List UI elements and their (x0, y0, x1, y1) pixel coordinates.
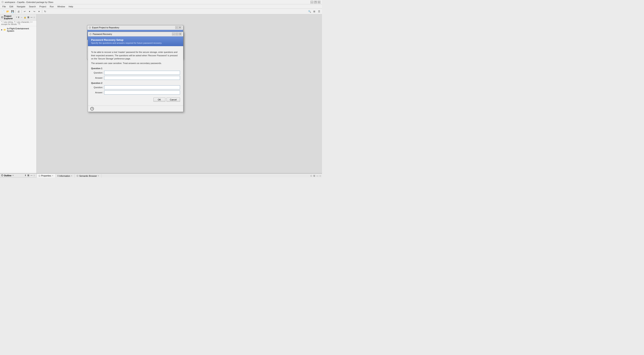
tab-properties[interactable]: ⬡ Properties ✕ (37, 174, 56, 178)
pw-question1-label: Question: (91, 72, 103, 74)
tab-information[interactable]: ℹ Information ✕ (56, 174, 75, 178)
main-layout: ⬡ Project Explorer ✕ ⬆ ↔ 🔒 ⛓ — □ * = any… (0, 14, 322, 173)
pw-question2-input[interactable] (104, 85, 180, 89)
toolbar-redo-btn[interactable]: ↪ (32, 9, 36, 14)
maximize-panel-btn[interactable]: □ (33, 16, 35, 19)
outline-controls[interactable]: ⬆ ⛓ — □ (24, 174, 35, 177)
close-button[interactable]: ✕ (318, 1, 320, 4)
outline-chain-btn[interactable]: ⛓ (27, 174, 30, 177)
pw-maximize-btn[interactable]: □ (176, 33, 178, 36)
properties-tab-bar: ⬡ Properties ✕ ℹ Information ✕ ⬡ Semanti… (37, 174, 322, 178)
toolbar-redo-arrow[interactable]: ▾ (37, 9, 41, 14)
outline-maximize-btn[interactable]: □ (33, 174, 35, 177)
menu-run[interactable]: Run (48, 5, 55, 8)
prop-external-btn[interactable]: ⬡ (310, 175, 312, 177)
outline-minimize-btn[interactable]: — (30, 174, 33, 177)
toolbar-print-btn[interactable]: 🖨 (16, 9, 21, 14)
outline-icon: ⬡ (1, 174, 3, 177)
search-hint: * = any string, ? = any character, \ = e… (0, 21, 36, 26)
pw-close-btn[interactable]: ✕ (179, 33, 182, 36)
pw-dialog-title-bar: ⬡ Password Recovery — □ ✕ (88, 32, 183, 37)
content-area: ⬡ Export Project to Repository □ ✕ Expor… (37, 14, 322, 173)
toolbar-save-btn[interactable]: 💾 (10, 9, 15, 14)
tab-properties-close[interactable]: ✕ (52, 175, 54, 177)
pw-minimize-btn[interactable]: — (172, 33, 175, 36)
pw-case-note: The answers are case sensitive. Treat an… (91, 62, 180, 64)
tab-semantic-browser[interactable]: ⬡ Semantic Browser ✕ (75, 174, 102, 178)
toolbar-undo-arrow[interactable]: ▾ (27, 9, 32, 14)
menu-window[interactable]: Window (56, 5, 66, 8)
export-close-btn[interactable]: ✕ (178, 26, 182, 29)
pw-subtitle: Specify the questions and answers requir… (91, 42, 180, 44)
pw-dialog-title-left: ⬡ Password Recovery (90, 33, 112, 36)
project-explorer-title-group: ⬡ Project Explorer ✕ (1, 15, 18, 20)
toolbar-refresh-btn[interactable]: ↻ (43, 9, 47, 14)
pw-ok-btn[interactable]: OK (154, 98, 165, 102)
app-title: workspace - Capella - Extended package b… (5, 1, 53, 3)
toolbar-sep-1 (16, 10, 16, 13)
toolbar: 📄 📂 💾 🖨 ↩ ▾ ↪ ▾ ↻ 🔍 ⊞ ☰ (0, 9, 322, 14)
pw-dialog-controls[interactable]: — □ ✕ (172, 33, 182, 36)
search-button[interactable]: 🔍 (307, 9, 312, 14)
toolbar-sep-3 (42, 10, 42, 13)
pw-dialog-title: Password Recovery (93, 33, 112, 35)
prop-chain-btn[interactable]: ⛓ (313, 175, 316, 177)
bottom-section: ⬡ Outline ✕ ⬆ ⛓ — □ There is no active e… (0, 173, 322, 178)
export-dialog-title: Export Project to Repository (92, 26, 119, 29)
toolbar-undo-btn[interactable]: ↩ (22, 9, 27, 14)
menu-project[interactable]: Project (38, 5, 48, 8)
pw-answer1-row: Answer: (91, 76, 180, 80)
link-editor-btn[interactable]: ↔ (20, 16, 23, 19)
title-bar-controls[interactable]: — ❐ ✕ (310, 1, 320, 4)
prop-minimize-btn[interactable]: — (316, 175, 319, 177)
export-dialog-title-left: ⬡ Export Project to Repository (89, 26, 119, 29)
project-explorer-icon: ⬡ (1, 16, 3, 19)
tree-item-icon: 📁 (3, 29, 6, 31)
minimize-panel-btn[interactable]: — (30, 16, 33, 19)
pw-question1-input[interactable] (104, 71, 180, 75)
project-explorer-label: Project Explorer (4, 15, 15, 20)
export-maximize-btn[interactable]: □ (175, 26, 178, 29)
pw-question1-row: Question: (91, 71, 180, 75)
pw-answer2-input[interactable] (104, 91, 180, 95)
export-dialog-controls[interactable]: □ ✕ (175, 26, 182, 29)
tree-item-ife[interactable]: ▶ 📁 In-Flight Entertainment System (0, 27, 36, 33)
password-recovery-dialog: ⬡ Password Recovery — □ ✕ Password Recov… (88, 32, 184, 112)
menu-help[interactable]: Help (67, 5, 75, 8)
pw-blue-header: Password Recovery Setup Specify the ques… (88, 37, 183, 46)
tab-info-icon: ℹ (58, 175, 58, 177)
project-explorer-panel: ⬡ Project Explorer ✕ ⬆ ↔ 🔒 ⛓ — □ * = any… (0, 14, 37, 173)
pw-answer1-label: Answer: (91, 77, 103, 79)
tree-expand-arrow[interactable]: ▶ (1, 29, 2, 31)
maximize-button[interactable]: ❐ (314, 1, 317, 4)
tab-semantic-icon: ⬡ (77, 175, 78, 177)
pw-cancel-btn[interactable]: Cancel (166, 98, 180, 102)
prop-maximize-btn[interactable]: □ (319, 175, 321, 177)
tab-bar-right-controls[interactable]: ⬡ ⛓ — □ (310, 175, 322, 177)
menu-edit[interactable]: Edit (8, 5, 15, 8)
tab-semantic-close[interactable]: ✕ (98, 175, 99, 177)
project-explorer-controls[interactable]: ⬆ ↔ 🔒 ⛓ — □ (18, 16, 35, 19)
pw-answer1-input[interactable] (104, 76, 180, 80)
collapse-tree-btn[interactable]: ⬆ (18, 16, 20, 19)
toolbar-extra-1[interactable]: ⊞ (312, 9, 316, 14)
toolbar-open-btn[interactable]: 📂 (6, 9, 10, 14)
lock-btn[interactable]: 🔒 (23, 16, 26, 19)
chain-btn[interactable]: ⛓ (27, 16, 30, 19)
close-badge: ✕ (16, 16, 18, 18)
pw-footer: ? (88, 106, 183, 112)
title-bar-left: ⬡ workspace - Capella - Extended package… (2, 1, 53, 3)
toolbar-extra-2[interactable]: ☰ (317, 9, 321, 14)
menu-bar: File Edit Navigate Search Project Run Wi… (0, 4, 322, 9)
menu-search[interactable]: Search (27, 5, 38, 8)
menu-navigate[interactable]: Navigate (15, 5, 27, 8)
tab-info-close[interactable]: ✕ (71, 175, 72, 177)
menu-file[interactable]: File (1, 5, 8, 8)
properties-panel: ⬡ Properties ✕ ℹ Information ✕ ⬡ Semanti… (37, 174, 322, 178)
toolbar-new-btn[interactable]: 📄 (1, 9, 5, 14)
tab-properties-label: Properties (41, 175, 51, 177)
outline-panel: ⬡ Outline ✕ ⬆ ⛓ — □ There is no active e… (0, 174, 37, 178)
minimize-button[interactable]: — (310, 1, 313, 4)
outline-collapse-btn[interactable]: ⬆ (24, 174, 26, 177)
pw-help-icon[interactable]: ? (90, 107, 94, 111)
